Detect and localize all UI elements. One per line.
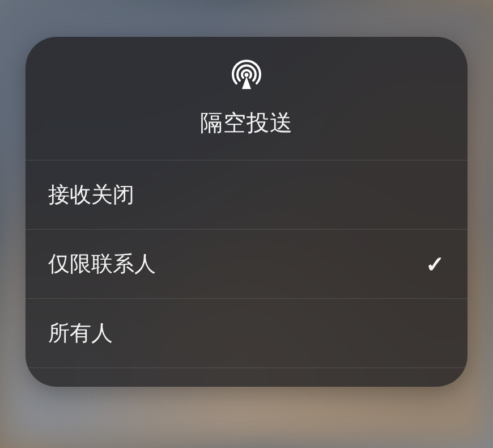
- checkmark-icon: ✓: [426, 251, 445, 277]
- panel-footer-spacer: [26, 368, 468, 387]
- option-contacts-only[interactable]: 仅限联系人 ✓: [26, 230, 468, 299]
- panel-header: 隔空投送: [26, 37, 468, 160]
- option-everyone[interactable]: 所有人 ✓: [26, 299, 468, 368]
- panel-title: 隔空投送: [200, 107, 293, 138]
- option-label: 仅限联系人: [48, 250, 156, 278]
- option-list: 接收关闭 ✓ 仅限联系人 ✓ 所有人 ✓: [26, 160, 468, 368]
- option-receiving-off[interactable]: 接收关闭 ✓: [26, 160, 468, 230]
- option-label: 所有人: [48, 319, 113, 348]
- svg-point-0: [245, 73, 249, 77]
- option-label: 接收关闭: [48, 180, 134, 209]
- airdrop-icon: [230, 60, 264, 94]
- airdrop-settings-panel: 隔空投送 接收关闭 ✓ 仅限联系人 ✓ 所有人 ✓: [26, 37, 468, 387]
